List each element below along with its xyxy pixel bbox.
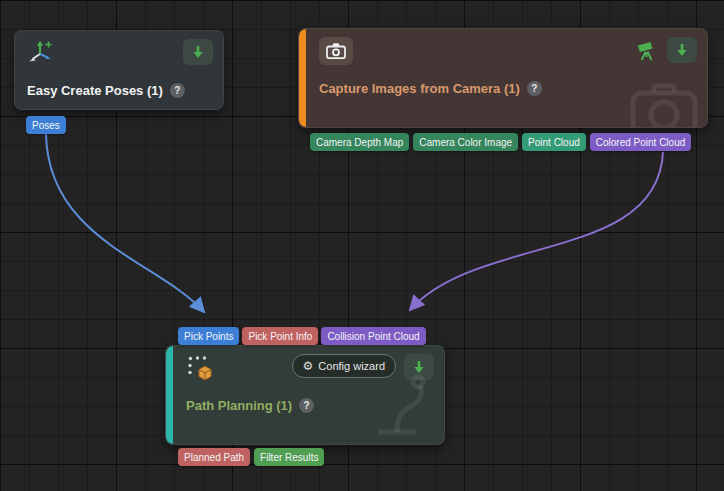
node-accent-bar [166, 346, 173, 444]
help-icon[interactable]: ? [299, 398, 314, 413]
node-accent-bar [299, 29, 306, 127]
node-path-planning[interactable]: ⚙ Config wizard Path Planning (1) ? [165, 345, 445, 445]
path-planning-output-ports: Planned Path Filter Results [178, 448, 324, 466]
node-easy-create-poses[interactable]: Easy Create Poses (1) ? [14, 30, 224, 110]
download-arrow-icon [191, 45, 205, 59]
node-title: Capture Images from Camera (1) [319, 81, 520, 96]
port-poses[interactable]: Poses [26, 116, 66, 134]
node-capture-images-from-camera[interactable]: Capture Images from Camera (1) ? [298, 28, 708, 128]
port-camera-depth-map[interactable]: Camera Depth Map [310, 133, 409, 151]
port-filter-results[interactable]: Filter Results [254, 448, 324, 466]
easy-create-poses-output-ports: Poses [26, 116, 66, 134]
path-planning-node-icon [186, 354, 214, 386]
download-arrow-icon [412, 360, 426, 374]
config-wizard-label: Config wizard [318, 360, 385, 372]
download-arrow-icon [675, 43, 689, 57]
port-planned-path[interactable]: Planned Path [178, 448, 250, 466]
port-point-cloud[interactable]: Point Cloud [522, 133, 586, 151]
config-wizard-button[interactable]: ⚙ Config wizard [292, 354, 396, 378]
wire-colored-point-cloud-to-collision-point-cloud[interactable] [410, 152, 663, 310]
port-collision-point-cloud[interactable]: Collision Point Cloud [321, 327, 425, 345]
node-title: Easy Create Poses (1) [27, 83, 163, 98]
camera-viewer-icon[interactable] [635, 40, 659, 62]
port-pick-points[interactable]: Pick Points [178, 327, 239, 345]
wire-poses-to-pick-points[interactable] [46, 134, 204, 312]
help-icon[interactable]: ? [527, 81, 542, 96]
camera-node-icon [319, 37, 353, 65]
download-step-button[interactable] [404, 354, 434, 380]
pose-axes-icon [27, 39, 53, 69]
path-planning-input-ports: Pick Points Pick Point Info Collision Po… [178, 327, 426, 345]
port-colored-point-cloud[interactable]: Colored Point Cloud [590, 133, 692, 151]
node-title: Path Planning (1) [186, 398, 292, 413]
download-step-button[interactable] [183, 39, 213, 65]
help-icon[interactable]: ? [170, 83, 185, 98]
gear-icon: ⚙ [303, 360, 314, 372]
port-pick-point-info[interactable]: Pick Point Info [242, 327, 318, 345]
node-graph-canvas[interactable]: Easy Create Poses (1) ? [0, 0, 724, 491]
port-camera-color-image[interactable]: Camera Color Image [413, 133, 518, 151]
download-step-button[interactable] [667, 37, 697, 63]
capture-camera-output-ports: Camera Depth Map Camera Color Image Poin… [310, 133, 691, 151]
